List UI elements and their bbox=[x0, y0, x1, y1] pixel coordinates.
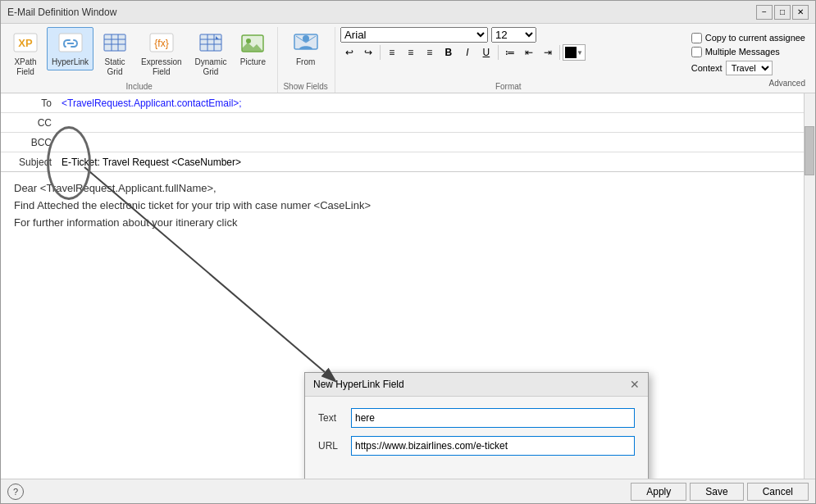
indent-button[interactable]: ⇥ bbox=[539, 44, 557, 61]
bcc-value bbox=[58, 140, 815, 145]
xpath-label: XPathField bbox=[14, 57, 36, 77]
copy-to-assignee-checkbox[interactable] bbox=[691, 33, 702, 43]
hyperlink-icon bbox=[57, 30, 84, 57]
context-row: Context Travel bbox=[691, 61, 805, 75]
text-label: Text bbox=[318, 412, 351, 424]
svg-rect-4 bbox=[104, 34, 125, 51]
list-button[interactable]: ≔ bbox=[501, 44, 519, 61]
status-help-icon[interactable]: ? bbox=[7, 484, 24, 500]
static-grid-button[interactable]: StaticGrid bbox=[97, 27, 133, 80]
save-button[interactable]: Save bbox=[690, 483, 743, 501]
ribbon-toolbar: XP XPathField bbox=[1, 24, 815, 93]
cancel-button[interactable]: Cancel bbox=[747, 483, 809, 501]
align-center-button[interactable]: ≡ bbox=[402, 44, 420, 61]
url-input[interactable] bbox=[351, 436, 635, 456]
size-select[interactable]: 12 bbox=[491, 27, 536, 43]
picture-button[interactable]: Picture bbox=[235, 27, 271, 70]
scrollbar[interactable] bbox=[804, 93, 815, 479]
dialog-title-text: New HyperLink Field bbox=[313, 379, 404, 390]
italic-button[interactable]: I bbox=[458, 44, 476, 61]
subject-value: E-Ticket: Travel Request <CaseNumber> bbox=[58, 154, 815, 170]
context-select[interactable]: Travel bbox=[726, 61, 773, 75]
cc-value bbox=[58, 120, 815, 125]
font-select[interactable]: Arial bbox=[340, 27, 488, 43]
copy-to-assignee-label: Copy to current assignee bbox=[705, 33, 805, 43]
dynamic-grid-label: DynamicGrid bbox=[195, 57, 227, 77]
maximize-button[interactable]: □ bbox=[774, 5, 791, 20]
context-label: Context bbox=[691, 63, 723, 73]
hyperlink-button[interactable]: HyperLink bbox=[47, 27, 93, 70]
undo-button[interactable]: ↩ bbox=[340, 44, 358, 61]
expression-label: ExpressionField bbox=[141, 57, 181, 77]
email-body: To <TravelRequest.Applicant.contactEmail… bbox=[1, 93, 815, 479]
ribbon-advanced: Copy to current assignee Multiple Messag… bbox=[685, 27, 812, 93]
hyperlink-dialog: New HyperLink Field ✕ Text URL Ok Cancel… bbox=[304, 372, 649, 479]
subject-label: Subject bbox=[1, 157, 58, 168]
title-bar: E-Mail Definition Window − □ ✕ bbox=[1, 1, 815, 24]
body-line-5: For further information about your itine… bbox=[14, 216, 802, 229]
align-right-button[interactable]: ≡ bbox=[421, 44, 439, 61]
ribbon-group-format: Arial 12 ↩ ↪ ≡ ≡ ≡ B I bbox=[337, 27, 683, 93]
xpath-field-button[interactable]: XP XPathField bbox=[7, 27, 43, 80]
expression-field-button[interactable]: {fx} ExpressionField bbox=[136, 27, 186, 80]
advanced-section-label: Advanced bbox=[691, 79, 805, 88]
subject-row: Subject E-Ticket: Travel Request <CaseNu… bbox=[1, 152, 815, 172]
ribbon-show-fields-items: From bbox=[288, 27, 324, 80]
format-row1: Arial 12 bbox=[340, 27, 536, 43]
from-icon bbox=[293, 30, 319, 57]
status-buttons: Apply Save Cancel bbox=[631, 483, 809, 501]
status-left: ? bbox=[7, 484, 24, 500]
dialog-title-bar: New HyperLink Field ✕ bbox=[305, 373, 648, 397]
dynamic-grid-icon bbox=[198, 30, 224, 57]
ribbon-group-show-fields: From Show Fields bbox=[280, 27, 335, 93]
body-line-3: Find Atteched the electronic ticket for … bbox=[14, 199, 802, 211]
align-left-button[interactable]: ≡ bbox=[383, 44, 401, 61]
apply-button[interactable]: Apply bbox=[631, 483, 686, 501]
static-grid-label: StaticGrid bbox=[105, 57, 125, 77]
multiple-messages-label: Multiple Messages bbox=[705, 47, 780, 57]
static-grid-icon bbox=[102, 30, 128, 57]
url-field-row: URL bbox=[318, 436, 635, 456]
close-button[interactable]: ✕ bbox=[792, 5, 809, 20]
ribbon-format-items: Arial 12 ↩ ↪ ≡ ≡ ≡ B I bbox=[340, 27, 677, 80]
hyperlink-label: HyperLink bbox=[52, 57, 89, 67]
minimize-button[interactable]: − bbox=[756, 5, 773, 20]
to-row: To <TravelRequest.Applicant.contactEmail… bbox=[1, 93, 815, 113]
to-label: To bbox=[1, 98, 58, 109]
svg-point-17 bbox=[246, 39, 251, 43]
bcc-label: BCC bbox=[1, 137, 58, 148]
main-window: E-Mail Definition Window − □ ✕ XP bbox=[0, 0, 816, 504]
to-value: <TravelRequest.Applicant.contactEmail>; bbox=[58, 95, 815, 111]
from-button[interactable]: From bbox=[288, 27, 324, 70]
window-title: E-Mail Definition Window bbox=[7, 7, 756, 18]
cc-label: CC bbox=[1, 117, 58, 129]
expression-icon: {fx} bbox=[148, 30, 175, 57]
dialog-body: Text URL bbox=[305, 397, 648, 475]
svg-text:XP: XP bbox=[18, 37, 33, 49]
body-line-1: Dear <TravelRequest.Applicant.fullName>, bbox=[14, 182, 802, 194]
text-input[interactable] bbox=[351, 408, 635, 428]
url-label: URL bbox=[318, 440, 351, 452]
cc-row: CC bbox=[1, 113, 815, 133]
dialog-close-button[interactable]: ✕ bbox=[630, 378, 640, 391]
scrollbar-thumb[interactable] bbox=[805, 126, 814, 175]
include-label: Include bbox=[126, 82, 153, 93]
color-picker[interactable]: ▼ bbox=[563, 44, 586, 61]
color-arrow: ▼ bbox=[577, 49, 583, 57]
format-row2: ↩ ↪ ≡ ≡ ≡ B I U ≔ ⇤ ⇥ bbox=[340, 44, 586, 61]
outdent-button[interactable]: ⇤ bbox=[520, 44, 538, 61]
multiple-messages-row: Multiple Messages bbox=[691, 47, 805, 57]
underline-button[interactable]: U bbox=[477, 44, 495, 61]
dynamic-grid-button[interactable]: DynamicGrid bbox=[190, 27, 232, 80]
bold-button[interactable]: B bbox=[440, 44, 458, 61]
status-bar: ? Apply Save Cancel bbox=[1, 479, 815, 503]
separator2 bbox=[498, 45, 499, 60]
separator1 bbox=[380, 45, 381, 60]
dialog-buttons: Ok Cancel bbox=[305, 475, 648, 479]
svg-text:{fx}: {fx} bbox=[154, 38, 168, 49]
multiple-messages-checkbox[interactable] bbox=[691, 47, 702, 57]
svg-rect-11 bbox=[200, 34, 221, 51]
redo-button[interactable]: ↪ bbox=[359, 44, 377, 61]
bcc-row: BCC bbox=[1, 133, 815, 152]
ribbon-include-items: XP XPathField bbox=[7, 27, 271, 80]
